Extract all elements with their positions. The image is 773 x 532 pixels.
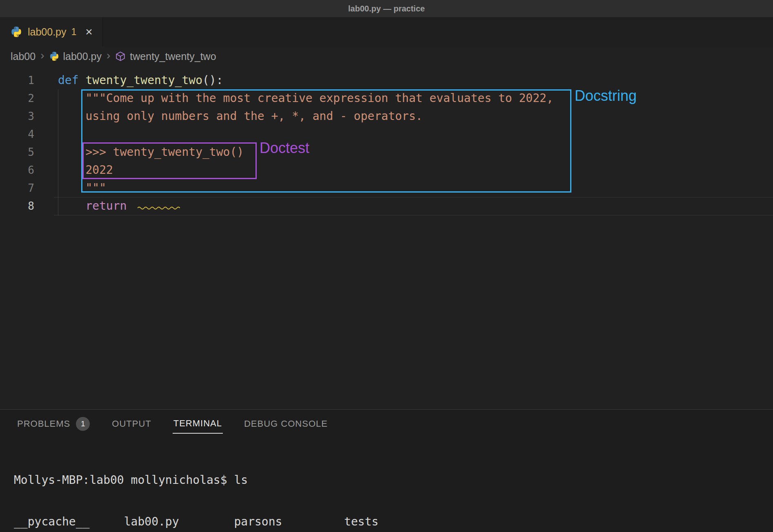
code-line-6[interactable]: 6 2022 [0, 161, 773, 179]
panel-tab-label: OUTPUT [112, 419, 151, 429]
window-title: lab00.py — practice [348, 4, 425, 13]
line-number: 6 [0, 161, 34, 179]
code-text: def twenty_twenty_two(): [34, 71, 223, 89]
close-icon[interactable]: × [85, 26, 93, 38]
tab-bar: lab00.py 1 × [0, 17, 773, 47]
breadcrumb-file[interactable]: lab00.py [63, 51, 102, 62]
line-number: 8 [0, 197, 34, 215]
problems-count-badge: 1 [76, 417, 90, 431]
tab-label: lab00.py [28, 26, 67, 38]
tab-debug-console[interactable]: DEBUG CONSOLE [243, 415, 329, 433]
terminal-line: __pycache__ lab00.py parsons tests [14, 515, 773, 529]
panel-tab-bar: PROBLEMS 1 OUTPUT TERMINAL DEBUG CONSOLE [0, 410, 773, 438]
code-line-5[interactable]: 5 >>> twenty_twenty_two() [0, 143, 773, 161]
code-line-1[interactable]: 1 def twenty_twenty_two(): [0, 71, 773, 89]
line-number: 4 [0, 125, 34, 143]
tab-terminal[interactable]: TERMINAL [173, 414, 223, 434]
python-icon [49, 51, 59, 61]
code-line-2[interactable]: 2 """Come up with the most creative expr… [0, 89, 773, 107]
tab-lab00py[interactable]: lab00.py 1 × [0, 17, 103, 47]
line-number: 5 [0, 143, 34, 161]
code-text: using only numbers and the +, *, and - o… [34, 107, 422, 125]
code-text: >>> twenty_twenty_two() [34, 143, 244, 161]
panel-tab-label: DEBUG CONSOLE [244, 419, 328, 429]
code-text: return [34, 197, 180, 215]
chevron-right-icon: › [40, 49, 44, 62]
bottom-panel: PROBLEMS 1 OUTPUT TERMINAL DEBUG CONSOLE… [0, 409, 773, 532]
code-line-7[interactable]: 7 """ [0, 179, 773, 197]
line-number: 2 [0, 89, 34, 107]
terminal-output[interactable]: Mollys-MBP:lab00 mollynicholas$ ls __pyc… [0, 438, 773, 532]
vscode-window: lab00.py — practice lab00.py 1 × lab00 ›… [0, 0, 773, 532]
panel-tab-label: PROBLEMS [17, 419, 70, 429]
line-number: 3 [0, 107, 34, 125]
line-number: 1 [0, 71, 34, 89]
chevron-right-icon: › [107, 49, 110, 62]
code-editor[interactable]: 1 def twenty_twenty_two(): 2 """Come up … [0, 66, 773, 409]
titlebar: lab00.py — practice [0, 0, 773, 17]
terminal-line: Mollys-MBP:lab00 mollynicholas$ ls [14, 473, 773, 487]
tab-problem-count: 1 [71, 27, 77, 38]
line-number: 7 [0, 179, 34, 197]
code-text [34, 125, 58, 143]
tab-problems[interactable]: PROBLEMS 1 [16, 413, 91, 435]
code-text: """ [34, 179, 106, 197]
tab-output[interactable]: OUTPUT [111, 415, 152, 433]
code-lines: 1 def twenty_twenty_two(): 2 """Come up … [0, 66, 773, 215]
breadcrumb-symbol[interactable]: twenty_twenty_two [130, 51, 216, 62]
panel-tab-label: TERMINAL [173, 418, 222, 429]
breadcrumb-folder[interactable]: lab00 [11, 51, 36, 62]
symbol-cube-icon [115, 51, 126, 62]
python-icon [11, 26, 22, 38]
code-line-3[interactable]: 3 using only numbers and the +, *, and -… [0, 107, 773, 125]
warning-squiggle-icon [138, 197, 180, 215]
code-line-8[interactable]: 8 return [0, 197, 773, 215]
code-line-4[interactable]: 4 [0, 125, 773, 143]
breadcrumb: lab00 › lab00.py › twenty_twenty_two [0, 47, 773, 66]
code-text: 2022 [34, 161, 113, 179]
code-text: """Come up with the most creative expres… [34, 89, 553, 107]
